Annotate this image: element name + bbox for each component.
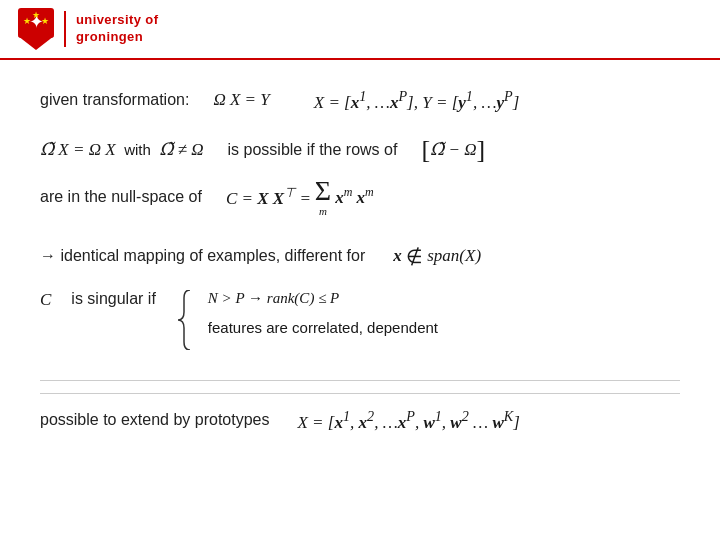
university-name: university of groningen [76,12,158,46]
formula-C-label: C [40,290,51,310]
condition-2: features are correlated, dependent [208,319,438,336]
is-singular-if-text: is singular if [71,290,155,308]
university-line2: groningen [76,29,158,46]
curly-brace-icon [176,290,194,350]
main-content: given transformation: Ω X = Y X = [x1, …… [0,60,720,470]
university-logo: ✦ ★ ★ ★ [18,8,54,50]
footer-divider: possible to extend by prototypes X = [x1… [40,380,680,433]
row-singular-if: C is singular if N > P → rank(C) ≤ P fea… [40,290,680,350]
brace-conditions: N > P → rank(C) ≤ P features are correla… [208,290,438,336]
is-possible-text: is possible if the rows of [228,141,398,159]
row-possible-extend: possible to extend by prototypes X = [x1… [40,393,680,433]
possible-extend-text: possible to extend by prototypes [40,411,269,429]
condition-1: N > P → rank(C) ≤ P [208,290,438,307]
svg-marker-3 [18,36,54,50]
row-given-transformation: given transformation: Ω X = Y X = [x1, …… [40,88,680,113]
formula-omega-xy: Ω X = Y [213,90,269,110]
svg-text:★: ★ [32,10,40,20]
formula-bracket-diff: [Ω̃ − Ω] [421,135,485,165]
svg-text:★: ★ [41,16,49,26]
row-tilde-equation: Ω̃ X = Ω X with Ω̃ ≠ Ω is possible if th… [40,135,680,165]
are-in-null-space: are in the null-space of [40,188,202,206]
formula-x-def: X = [x1, …xP], Y = [y1, …yP] [314,88,520,113]
row-identical-mapping: → identical mapping of examples, differe… [40,245,680,268]
formula-not-in-span: x ∉ span(X) [393,245,481,268]
header: ✦ ★ ★ ★ university of groningen [0,0,720,60]
formula-X-extended: X = [x1, x2, …xP, w1, w2 … wK] [297,408,519,433]
formula-C: C = X X⊤ = Σ m xm xm [226,177,374,217]
identical-mapping-text: → identical mapping of examples, differe… [40,247,365,265]
header-divider [64,11,66,47]
given-transformation-label: given transformation: [40,91,189,109]
formula-tilde-eq: Ω̃ X = Ω X with Ω̃ ≠ Ω [40,139,204,160]
row-null-space: are in the null-space of C = X X⊤ = Σ m … [40,177,680,217]
svg-text:★: ★ [23,16,31,26]
university-line1: university of [76,12,158,29]
